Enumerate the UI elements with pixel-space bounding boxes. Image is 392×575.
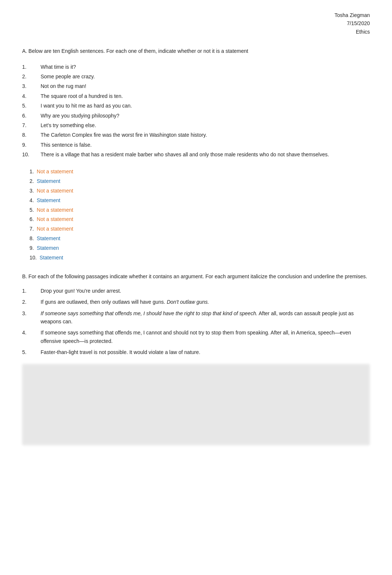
passage-num-3: 3. xyxy=(22,309,41,326)
answer-num-10: 10. xyxy=(30,255,37,261)
question-item-2: 2. Some people are crazy. xyxy=(22,72,370,81)
answer-num-2: 2. xyxy=(30,178,34,184)
question-text-8: The Carleton Complex fire was the worst … xyxy=(41,131,207,139)
question-num-2: 2. xyxy=(22,72,41,81)
question-num-7: 7. xyxy=(22,121,41,129)
answer-num-8: 8. xyxy=(30,235,34,241)
passage-item-5: 5. Faster-than-light travel is not possi… xyxy=(22,348,370,356)
answer-num-4: 4. xyxy=(30,197,34,203)
answer-num-5: 5. xyxy=(30,207,34,213)
question-item-9: 9. This sentence is false. xyxy=(22,141,370,149)
answer-item-8: 8. Statement xyxy=(30,234,370,243)
question-num-1: 1. xyxy=(22,63,41,71)
answer-label-2: Statement xyxy=(37,178,61,184)
question-text-9: This sentence is false. xyxy=(41,141,92,149)
header-subject: Ethics xyxy=(22,28,370,36)
passage-list: 1. Drop your gun! You're under arrest. 2… xyxy=(22,287,370,357)
passage-3-italic: If someone says something that offends m… xyxy=(41,310,258,316)
answer-label-4: Statement xyxy=(37,197,61,203)
question-item-5: 5. I want you to hit me as hard as you c… xyxy=(22,102,370,110)
passage-num-1: 1. xyxy=(22,287,41,295)
question-num-6: 6. xyxy=(22,112,41,120)
blurred-content xyxy=(22,364,370,445)
question-item-7: 7. Let's try something else. xyxy=(22,121,370,129)
question-num-3: 3. xyxy=(22,82,41,90)
passage-text-3: If someone says something that offends m… xyxy=(41,309,370,326)
passage-2-italic: Don't outlaw guns. xyxy=(167,299,209,305)
passage-num-4: 4. xyxy=(22,329,41,345)
question-list: 1. What time is it? 2. Some people are c… xyxy=(22,63,370,159)
answer-num-9: 9. xyxy=(30,245,34,251)
passage-text-1: Drop your gun! You're under arrest. xyxy=(41,287,121,295)
answer-label-3: Not a statement xyxy=(37,188,73,194)
question-item-3: 3. Not on the rug man! xyxy=(22,82,370,90)
passage-text-4: If someone says something that offends m… xyxy=(41,329,370,345)
answer-label-9: Statemen xyxy=(37,245,59,251)
question-text-2: Some people are crazy. xyxy=(41,72,95,81)
answer-num-3: 3. xyxy=(30,188,34,194)
passage-text-5: Faster-than-light travel is not possible… xyxy=(41,348,200,356)
question-item-6: 6. Why are you studying philosophy? xyxy=(22,112,370,120)
passage-text-2: If guns are outlawed, then only outlaws … xyxy=(41,298,209,306)
answer-item-5: 5. Not a statement xyxy=(30,206,370,215)
question-num-5: 5. xyxy=(22,102,41,110)
question-text-10: There is a village that has a resident m… xyxy=(41,150,329,159)
passage-num-5: 5. xyxy=(22,348,41,356)
answer-num-6: 6. xyxy=(30,216,34,222)
answer-item-7: 7. Not a statement xyxy=(30,225,370,234)
answer-label-1: Not a statement xyxy=(37,169,73,174)
question-num-9: 9. xyxy=(22,141,41,149)
question-item-4: 4. The square root of a hundred is ten. xyxy=(22,92,370,100)
question-num-4: 4. xyxy=(22,92,41,100)
question-item-1: 1. What time is it? xyxy=(22,63,370,71)
answer-list: 1. Not a statement 2. Statement 3. Not a… xyxy=(22,167,370,262)
answer-label-6: Not a statement xyxy=(37,216,73,222)
passage-item-3: 3. If someone says something that offend… xyxy=(22,309,370,326)
answer-item-9: 9. Statemen xyxy=(30,244,370,253)
question-num-8: 8. xyxy=(22,131,41,139)
answer-label-8: Statement xyxy=(37,235,61,241)
answer-num-1: 1. xyxy=(30,169,34,174)
answer-label-7: Not a statement xyxy=(37,226,73,232)
answer-item-6: 6. Not a statement xyxy=(30,215,370,224)
question-text-1: What time is it? xyxy=(41,63,76,71)
answer-label-5: Not a statement xyxy=(37,207,73,213)
answer-item-10: 10. Statement xyxy=(30,254,370,262)
question-item-8: 8. The Carleton Complex fire was the wor… xyxy=(22,131,370,139)
answer-item-4: 4. Statement xyxy=(30,196,370,205)
answer-item-3: 3. Not a statement xyxy=(30,187,370,195)
question-text-7: Let's try something else. xyxy=(41,121,96,129)
question-item-10: 10. There is a village that has a reside… xyxy=(22,150,370,159)
answer-item-2: 2. Statement xyxy=(30,177,370,186)
question-num-10: 10. xyxy=(22,150,41,159)
section-b-intro: B. For each of the following passages in… xyxy=(22,272,370,280)
header-date: 7/15/2020 xyxy=(22,19,370,27)
question-text-3: Not on the rug man! xyxy=(41,82,86,90)
question-text-4: The square root of a hundred is ten. xyxy=(41,92,123,100)
section-a-intro: A. Below are ten English sentences. For … xyxy=(22,47,370,55)
answer-num-7: 7. xyxy=(30,226,34,232)
answer-label-10: Statement xyxy=(39,255,63,261)
question-text-6: Why are you studying philosophy? xyxy=(41,112,119,120)
passage-num-2: 2. xyxy=(22,298,41,306)
passage-item-4: 4. If someone says something that offend… xyxy=(22,329,370,345)
question-text-5: I want you to hit me as hard as you can. xyxy=(41,102,132,110)
passage-item-2: 2. If guns are outlawed, then only outla… xyxy=(22,298,370,306)
passage-item-1: 1. Drop your gun! You're under arrest. xyxy=(22,287,370,295)
answer-item-1: 1. Not a statement xyxy=(30,167,370,176)
header: Tosha Ziegman 7/15/2020 Ethics xyxy=(22,11,370,36)
header-name: Tosha Ziegman xyxy=(22,11,370,19)
